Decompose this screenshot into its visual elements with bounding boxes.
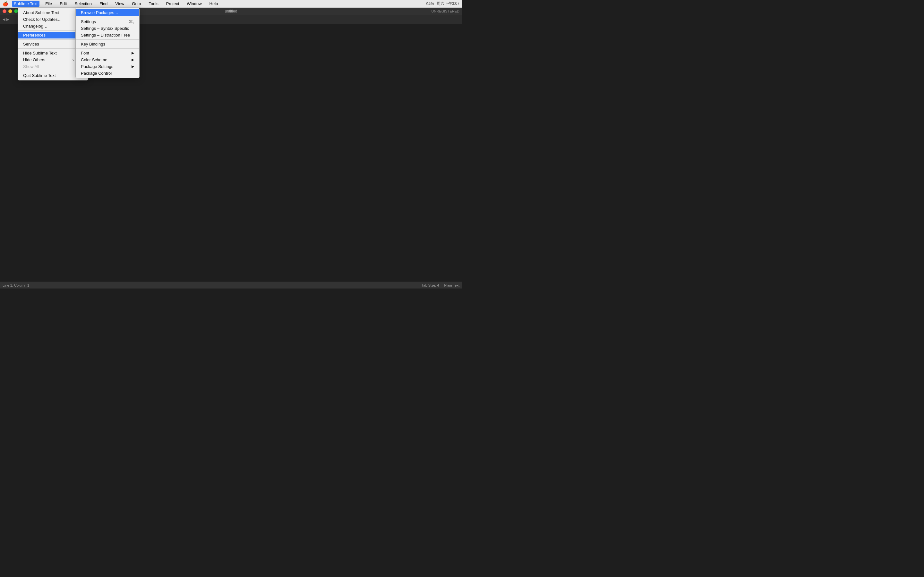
nav-arrow-right[interactable]: ▶ xyxy=(6,17,9,21)
statusbar-tab-size[interactable]: Tab Size: 4 xyxy=(422,284,439,287)
menu-selection[interactable]: Selection xyxy=(73,1,94,7)
menu-key-bindings[interactable]: Key Bindings xyxy=(76,41,139,47)
menu-find[interactable]: Find xyxy=(97,1,110,7)
traffic-light-minimize[interactable] xyxy=(8,9,12,13)
menu-font[interactable]: Font ▶ xyxy=(76,50,139,56)
menu-color-scheme[interactable]: Color Scheme ▶ xyxy=(76,56,139,63)
menubar-left: 🍎 Sublime Text File Edit Selection Find … xyxy=(3,1,220,7)
menu-settings[interactable]: Settings ⌘, xyxy=(76,18,139,25)
menu-package-settings[interactable]: Package Settings ▶ xyxy=(76,63,139,70)
menu-settings-syntax[interactable]: Settings – Syntax Specific xyxy=(76,25,139,32)
menu-settings-distraction-free[interactable]: Settings – Distraction Free xyxy=(76,32,139,39)
statusbar: Line 1, Column 1 Tab Size: 4 Plain Text xyxy=(0,282,462,288)
font-arrow-icon: ▶ xyxy=(125,51,134,55)
package-settings-arrow-icon: ▶ xyxy=(125,64,134,69)
apple-menu-icon[interactable]: 🍎 xyxy=(3,1,8,6)
menubar-right: 94% 周六下午3:07 xyxy=(426,1,459,6)
menubar-time: 周六下午3:07 xyxy=(437,1,459,6)
menu-window[interactable]: Window xyxy=(185,1,204,7)
menu-package-control[interactable]: Package Control xyxy=(76,70,139,77)
nav-arrows: ◀ ▶ xyxy=(0,17,11,21)
menubar-battery: 94% xyxy=(426,2,434,6)
settings-shortcut: ⌘, xyxy=(122,19,134,24)
menu-view[interactable]: View xyxy=(113,1,126,7)
menu-help[interactable]: Help xyxy=(208,1,220,7)
traffic-lights xyxy=(3,9,18,13)
statusbar-right: Tab Size: 4 Plain Text xyxy=(422,284,459,287)
pref-sep-3 xyxy=(76,48,139,49)
pref-sep-2 xyxy=(76,39,139,40)
menu-edit[interactable]: Edit xyxy=(58,1,69,7)
traffic-light-close[interactable] xyxy=(3,9,6,13)
menu-project[interactable]: Project xyxy=(164,1,181,7)
color-scheme-arrow-icon: ▶ xyxy=(125,58,134,62)
statusbar-syntax[interactable]: Plain Text xyxy=(444,284,460,287)
menu-browse-packages[interactable]: Browse Packages… xyxy=(76,9,139,16)
window-title: untitled xyxy=(225,9,237,13)
menu-file[interactable]: File xyxy=(43,1,54,7)
nav-arrow-left[interactable]: ◀ xyxy=(3,17,5,21)
unregistered-badge: UNREGISTERED xyxy=(431,9,459,13)
menu-goto[interactable]: Goto xyxy=(130,1,143,7)
menu-sublime-text[interactable]: Sublime Text xyxy=(12,1,39,7)
preferences-dropdown: Browse Packages… Settings ⌘, Settings – … xyxy=(75,8,140,78)
menubar: 🍎 Sublime Text File Edit Selection Find … xyxy=(0,0,462,8)
menu-tools[interactable]: Tools xyxy=(147,1,160,7)
statusbar-position: Line 1, Column 1 xyxy=(3,284,29,287)
